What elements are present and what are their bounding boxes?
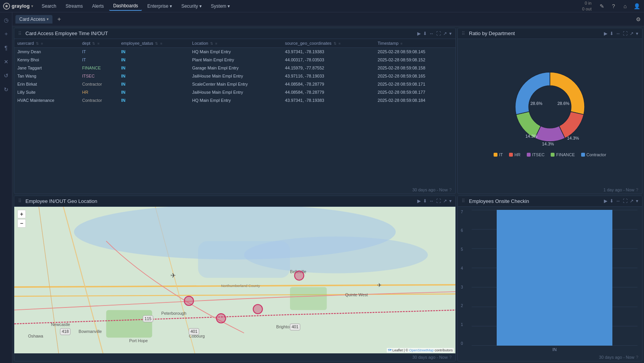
barchart-external-icon[interactable]: ↗: [630, 198, 634, 204]
tab-card-access[interactable]: Card Access ▾: [15, 15, 52, 24]
bar-in[interactable]: [497, 210, 612, 346]
col-status[interactable]: employee_status ⇅ ≡: [118, 39, 189, 48]
nav-alerts[interactable]: Alerts: [88, 2, 108, 10]
cell-dept: Contractor: [79, 96, 118, 105]
cell-coords: 44.08584, -78.28779: [282, 80, 374, 88]
map-chevron-icon[interactable]: ▾: [449, 198, 452, 204]
barchart-expand-icon[interactable]: ⛶: [623, 198, 627, 204]
map-footer: 30 days ago - Now ?: [14, 353, 455, 361]
cell-coords: 44.00317, -78.03503: [282, 56, 374, 64]
nav-security[interactable]: Security ▾: [177, 2, 206, 10]
map-attribution: 🗺 Leaflet | © OpenStreetMap contributors: [387, 348, 454, 353]
donut-widget-header: ⠿ Ratio by Department ▶ ⬇ ↔ ⛶ ↗ ▾: [458, 28, 642, 39]
barchart-chevron-icon[interactable]: ▾: [636, 198, 638, 204]
sidebar-x-icon[interactable]: ✕: [2, 57, 11, 66]
cell-location: HQ Main Empl Entry: [189, 48, 282, 56]
expand-icon[interactable]: ⛶: [436, 31, 441, 36]
cell-usercard: Tan Wang: [14, 72, 79, 80]
zoom-in-button[interactable]: +: [17, 210, 26, 218]
tab-bar: Card Access ▾ + ⚙: [12, 12, 644, 26]
col-timestamp[interactable]: Timestamp ≡: [374, 39, 455, 48]
cell-timestamp: 2025-02-28 08:59:08.171: [374, 80, 455, 88]
barchart-download-icon[interactable]: ⬇: [610, 198, 614, 204]
nav-streams[interactable]: Streams: [62, 2, 87, 10]
cell-coords: 43.97341, -78.19383: [282, 48, 374, 56]
donut-chart-container: 28.6% 14.3% 14.3% 14.3% 28.6% IT: [458, 39, 642, 186]
barchart-play-icon[interactable]: ▶: [604, 198, 607, 204]
help-icon[interactable]: ?: [609, 2, 618, 10]
donut-chevron-icon[interactable]: ▾: [636, 31, 638, 36]
map-footer-help-icon[interactable]: ?: [449, 355, 452, 360]
svg-point-39: [216, 314, 226, 323]
sidebar-clock-icon[interactable]: ◷: [2, 15, 11, 25]
svg-text:Oshawa: Oshawa: [28, 334, 43, 338]
dashboard-settings-icon[interactable]: ⚙: [636, 16, 641, 22]
donut-play-icon[interactable]: ▶: [604, 31, 607, 36]
cell-dept: IT: [79, 48, 118, 56]
donut-footer-help-icon[interactable]: ?: [636, 187, 638, 192]
table-row: Lilly Suite HR IN JailHouse Main Empl En…: [14, 88, 455, 96]
table-scroll[interactable]: usercard ⇅ ≡ dept ⇅ ≡ employee_status ⇅ …: [14, 39, 455, 186]
home-icon[interactable]: ⌂: [621, 2, 629, 10]
barchart-widget-header: ⠿ Employees Onsite Checkin ▶ ⬇ ↔ ⛶ ↗ ▾: [458, 196, 642, 207]
svg-text:28.6%: 28.6%: [557, 101, 569, 106]
map-play-icon[interactable]: ▶: [417, 198, 421, 204]
nav-dashboards[interactable]: Dashboards: [109, 2, 142, 11]
play-icon[interactable]: ▶: [417, 31, 421, 36]
nav-enterprise[interactable]: Enterprise ▾: [143, 2, 176, 10]
edit-icon[interactable]: ✎: [598, 2, 606, 10]
barchart-widget-title: Employees Onsite Checkin: [469, 198, 602, 204]
sidebar-para-icon[interactable]: ¶: [2, 43, 11, 52]
col-usercard[interactable]: usercard ⇅ ≡: [14, 39, 79, 48]
barchart-widget: ⠿ Employees Onsite Checkin ▶ ⬇ ↔ ⛶ ↗ ▾ 7: [457, 196, 642, 362]
cell-location: JailHouse Main Empl Entry: [189, 72, 282, 80]
col-location[interactable]: Location ⇅ ≡: [189, 39, 282, 48]
cell-timestamp: 2025-02-28 08:59:08.177: [374, 88, 455, 96]
cell-coords: 43.97116, -78.19033: [282, 72, 374, 80]
sidebar-plus-icon[interactable]: ＋: [2, 29, 11, 39]
external-icon[interactable]: ↗: [443, 31, 447, 36]
add-tab-button[interactable]: +: [55, 15, 63, 24]
cell-dept: HR: [79, 88, 118, 96]
logo-caret[interactable]: ▾: [31, 4, 33, 8]
svg-text:Quinte West: Quinte West: [345, 292, 368, 297]
map-container[interactable]: Oshawa Peterborough Belleville Quinte We…: [14, 207, 455, 354]
sidebar-undo-icon[interactable]: ↺: [2, 71, 11, 80]
bar-chart-area: 7 6 5 4 3 2 1 0: [472, 210, 637, 346]
barchart-expand-h-icon[interactable]: ↔: [616, 198, 620, 204]
legend-itsec: ITSEC: [527, 152, 545, 157]
map-expand-icon[interactable]: ⛶: [436, 198, 441, 204]
donut-expand-h-icon[interactable]: ↔: [616, 31, 620, 36]
chevron-down-icon[interactable]: ▾: [449, 31, 452, 36]
table-footer: 30 days ago - Now ?: [14, 186, 455, 194]
zoom-out-button[interactable]: −: [17, 219, 26, 228]
svg-text:✈: ✈: [377, 282, 382, 288]
footer-help-icon[interactable]: ?: [449, 187, 452, 192]
tab-dropdown-icon[interactable]: ▾: [47, 17, 49, 21]
nav-search[interactable]: Search: [38, 2, 60, 10]
donut-segment-contractor[interactable]: [515, 72, 550, 115]
sidebar-redo-icon[interactable]: ↻: [2, 85, 11, 94]
donut-segment-it[interactable]: [550, 72, 585, 115]
barchart-footer-help-icon[interactable]: ?: [636, 355, 638, 360]
user-icon[interactable]: 👤: [632, 2, 641, 10]
donut-expand-icon[interactable]: ⛶: [623, 31, 627, 36]
expand-h-icon[interactable]: ↔: [429, 31, 434, 36]
map-external-icon[interactable]: ↗: [443, 198, 447, 204]
map-download-icon[interactable]: ⬇: [423, 198, 427, 204]
bar-y-axis: 7 6 5 4 3 2 1 0: [461, 210, 463, 346]
cell-usercard: Kenny Bhoi: [14, 56, 79, 64]
col-coords[interactable]: source_geo_coordinates ⇅ ≡: [282, 39, 374, 48]
map-expand-h-icon[interactable]: ↔: [429, 198, 434, 204]
donut-download-icon[interactable]: ⬇: [610, 31, 614, 36]
nav-system[interactable]: System ▾: [207, 2, 234, 10]
svg-text:115: 115: [145, 316, 152, 321]
donut-widget: ⠿ Ratio by Department ▶ ⬇ ↔ ⛶ ↗ ▾: [457, 28, 642, 194]
donut-external-icon[interactable]: ↗: [630, 31, 634, 36]
cell-status: IN: [118, 64, 189, 72]
map-svg: Oshawa Peterborough Belleville Quinte We…: [14, 207, 455, 354]
map-widget-title: Employee IN/OUT Geo Location: [25, 198, 415, 204]
download-icon[interactable]: ⬇: [423, 31, 427, 36]
cell-coords: 43.97341, -78.19383: [282, 96, 374, 105]
col-dept[interactable]: dept ⇅ ≡: [79, 39, 118, 48]
